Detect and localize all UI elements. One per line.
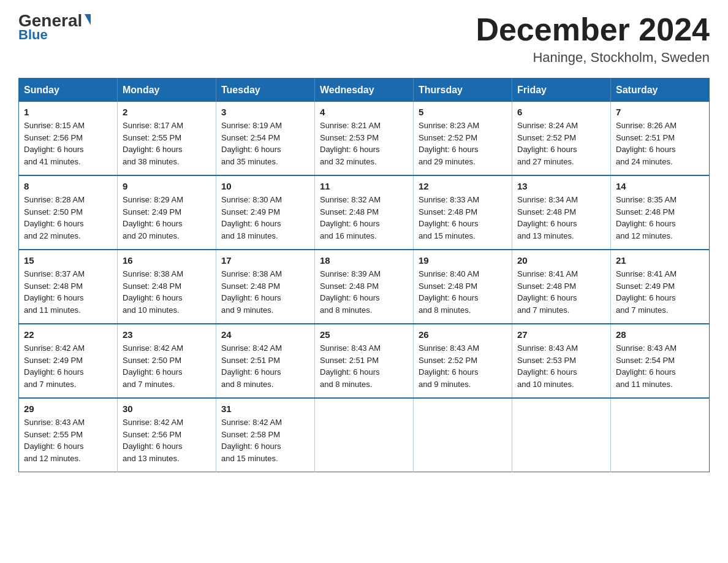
calendar-cell: 18 Sunrise: 8:39 AM Sunset: 2:48 PM Dayl…	[315, 250, 414, 324]
calendar-cell: 7 Sunrise: 8:26 AM Sunset: 2:51 PM Dayli…	[611, 102, 710, 175]
calendar-cell: 6 Sunrise: 8:24 AM Sunset: 2:52 PM Dayli…	[512, 102, 611, 175]
logo: General Blue	[18, 12, 91, 43]
day-info: Sunrise: 8:42 AM Sunset: 2:49 PM Dayligh…	[24, 342, 112, 390]
day-info: Sunrise: 8:43 AM Sunset: 2:55 PM Dayligh…	[24, 416, 112, 464]
day-of-week-tuesday: Tuesday	[216, 79, 315, 102]
day-of-week-monday: Monday	[118, 79, 216, 102]
day-number: 2	[123, 107, 211, 117]
calendar-cell: 4 Sunrise: 8:21 AM Sunset: 2:53 PM Dayli…	[315, 102, 414, 175]
calendar-week-row: 8 Sunrise: 8:28 AM Sunset: 2:50 PM Dayli…	[19, 175, 710, 250]
day-of-week-saturday: Saturday	[611, 79, 710, 102]
day-info: Sunrise: 8:41 AM Sunset: 2:48 PM Dayligh…	[517, 268, 605, 316]
day-number: 12	[419, 181, 507, 191]
page-title: December 2024	[476, 12, 710, 47]
calendar-cell: 16 Sunrise: 8:38 AM Sunset: 2:48 PM Dayl…	[118, 250, 216, 324]
day-number: 14	[616, 181, 704, 191]
day-info: Sunrise: 8:23 AM Sunset: 2:52 PM Dayligh…	[419, 120, 507, 167]
page-subtitle: Haninge, Stockholm, Sweden	[476, 50, 710, 66]
day-of-week-wednesday: Wednesday	[315, 79, 414, 102]
day-info: Sunrise: 8:34 AM Sunset: 2:48 PM Dayligh…	[517, 194, 605, 242]
calendar-week-row: 29 Sunrise: 8:43 AM Sunset: 2:55 PM Dayl…	[19, 398, 710, 472]
calendar-cell: 21 Sunrise: 8:41 AM Sunset: 2:49 PM Dayl…	[611, 250, 710, 324]
day-number: 8	[24, 181, 112, 191]
day-info: Sunrise: 8:42 AM Sunset: 2:56 PM Dayligh…	[123, 416, 211, 464]
day-info: Sunrise: 8:38 AM Sunset: 2:48 PM Dayligh…	[221, 268, 309, 316]
logo-blue-text: Blue	[18, 27, 48, 43]
day-of-week-friday: Friday	[512, 79, 611, 102]
day-number: 16	[123, 255, 211, 266]
day-number: 4	[320, 107, 408, 117]
day-number: 18	[320, 255, 408, 266]
day-number: 6	[517, 107, 605, 117]
day-info: Sunrise: 8:28 AM Sunset: 2:50 PM Dayligh…	[24, 194, 112, 242]
calendar-week-row: 22 Sunrise: 8:42 AM Sunset: 2:49 PM Dayl…	[19, 324, 710, 398]
calendar-cell: 14 Sunrise: 8:35 AM Sunset: 2:48 PM Dayl…	[611, 175, 710, 250]
day-number: 25	[320, 329, 408, 340]
day-number: 11	[320, 181, 408, 191]
calendar-cell: 28 Sunrise: 8:43 AM Sunset: 2:54 PM Dayl…	[611, 324, 710, 398]
day-number: 1	[24, 107, 112, 117]
calendar-cell: 9 Sunrise: 8:29 AM Sunset: 2:49 PM Dayli…	[118, 175, 216, 250]
calendar-cell	[315, 398, 414, 472]
calendar-cell: 3 Sunrise: 8:19 AM Sunset: 2:54 PM Dayli…	[216, 102, 315, 175]
day-number: 29	[24, 404, 112, 414]
day-info: Sunrise: 8:43 AM Sunset: 2:51 PM Dayligh…	[320, 342, 408, 390]
day-number: 28	[616, 329, 704, 340]
calendar-cell: 20 Sunrise: 8:41 AM Sunset: 2:48 PM Dayl…	[512, 250, 611, 324]
day-number: 20	[517, 255, 605, 266]
day-number: 26	[419, 329, 507, 340]
calendar-cell: 12 Sunrise: 8:33 AM Sunset: 2:48 PM Dayl…	[414, 175, 512, 250]
day-info: Sunrise: 8:42 AM Sunset: 2:51 PM Dayligh…	[221, 342, 309, 390]
day-info: Sunrise: 8:42 AM Sunset: 2:50 PM Dayligh…	[123, 342, 211, 390]
calendar-cell: 25 Sunrise: 8:43 AM Sunset: 2:51 PM Dayl…	[315, 324, 414, 398]
day-info: Sunrise: 8:43 AM Sunset: 2:52 PM Dayligh…	[419, 342, 507, 390]
calendar-cell: 29 Sunrise: 8:43 AM Sunset: 2:55 PM Dayl…	[19, 398, 118, 472]
calendar-cell: 8 Sunrise: 8:28 AM Sunset: 2:50 PM Dayli…	[19, 175, 118, 250]
day-number: 13	[517, 181, 605, 191]
day-info: Sunrise: 8:40 AM Sunset: 2:48 PM Dayligh…	[419, 268, 507, 316]
calendar-week-row: 15 Sunrise: 8:37 AM Sunset: 2:48 PM Dayl…	[19, 250, 710, 324]
day-info: Sunrise: 8:33 AM Sunset: 2:48 PM Dayligh…	[419, 194, 507, 242]
day-number: 15	[24, 255, 112, 266]
calendar-cell	[512, 398, 611, 472]
day-info: Sunrise: 8:41 AM Sunset: 2:49 PM Dayligh…	[616, 268, 704, 316]
day-info: Sunrise: 8:30 AM Sunset: 2:49 PM Dayligh…	[221, 194, 309, 242]
day-info: Sunrise: 8:43 AM Sunset: 2:54 PM Dayligh…	[616, 342, 704, 390]
day-info: Sunrise: 8:37 AM Sunset: 2:48 PM Dayligh…	[24, 268, 112, 316]
calendar-cell: 15 Sunrise: 8:37 AM Sunset: 2:48 PM Dayl…	[19, 250, 118, 324]
day-number: 9	[123, 181, 211, 191]
calendar-cell: 26 Sunrise: 8:43 AM Sunset: 2:52 PM Dayl…	[414, 324, 512, 398]
day-info: Sunrise: 8:19 AM Sunset: 2:54 PM Dayligh…	[221, 120, 309, 167]
calendar-cell: 23 Sunrise: 8:42 AM Sunset: 2:50 PM Dayl…	[118, 324, 216, 398]
day-info: Sunrise: 8:32 AM Sunset: 2:48 PM Dayligh…	[320, 194, 408, 242]
day-info: Sunrise: 8:26 AM Sunset: 2:51 PM Dayligh…	[616, 120, 704, 167]
calendar-table: SundayMondayTuesdayWednesdayThursdayFrid…	[18, 78, 710, 472]
day-number: 19	[419, 255, 507, 266]
calendar-cell: 27 Sunrise: 8:43 AM Sunset: 2:53 PM Dayl…	[512, 324, 611, 398]
calendar-cell: 30 Sunrise: 8:42 AM Sunset: 2:56 PM Dayl…	[118, 398, 216, 472]
day-info: Sunrise: 8:39 AM Sunset: 2:48 PM Dayligh…	[320, 268, 408, 316]
day-number: 27	[517, 329, 605, 340]
calendar-cell: 11 Sunrise: 8:32 AM Sunset: 2:48 PM Dayl…	[315, 175, 414, 250]
day-number: 5	[419, 107, 507, 117]
day-number: 31	[221, 404, 309, 414]
day-number: 10	[221, 181, 309, 191]
day-number: 7	[616, 107, 704, 117]
calendar-cell: 22 Sunrise: 8:42 AM Sunset: 2:49 PM Dayl…	[19, 324, 118, 398]
day-number: 21	[616, 255, 704, 266]
calendar-cell: 1 Sunrise: 8:15 AM Sunset: 2:56 PM Dayli…	[19, 102, 118, 175]
title-block: December 2024 Haninge, Stockholm, Sweden	[476, 12, 710, 66]
day-number: 17	[221, 255, 309, 266]
day-info: Sunrise: 8:21 AM Sunset: 2:53 PM Dayligh…	[320, 120, 408, 167]
calendar-cell: 24 Sunrise: 8:42 AM Sunset: 2:51 PM Dayl…	[216, 324, 315, 398]
logo-triangle-icon	[85, 14, 91, 25]
day-info: Sunrise: 8:29 AM Sunset: 2:49 PM Dayligh…	[123, 194, 211, 242]
day-number: 3	[221, 107, 309, 117]
day-info: Sunrise: 8:15 AM Sunset: 2:56 PM Dayligh…	[24, 120, 112, 167]
day-info: Sunrise: 8:38 AM Sunset: 2:48 PM Dayligh…	[123, 268, 211, 316]
calendar-cell	[414, 398, 512, 472]
day-number: 22	[24, 329, 112, 340]
page-header: General Blue December 2024 Haninge, Stoc…	[18, 12, 710, 66]
calendar-cell	[611, 398, 710, 472]
day-number: 30	[123, 404, 211, 414]
